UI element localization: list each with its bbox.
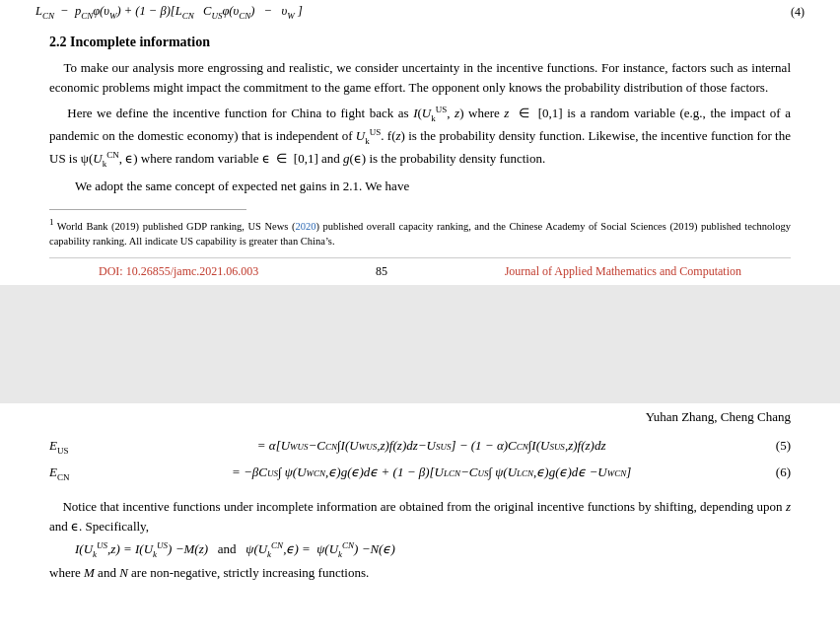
paragraph-2: Here we define the incentive function fo… [49, 104, 791, 172]
page: LCN − pCNφ(υW) + (1 − β)[LCN CUSφ(υCN) −… [0, 0, 840, 643]
paragraph-3: We adopt the same concept of expected ne… [49, 177, 791, 196]
notice-formula: I(UkUS,z) = I(UkUS) −M(z) and ψ(UkCN,ϵ) … [75, 539, 791, 562]
eq5-number: (5) [761, 435, 791, 457]
eq6-content: = −βCUS ∫ ψ(UWCN,ϵ)g(ϵ)dϵ + (1 − β)[ULCN… [99, 462, 761, 483]
notice-text-2: where M and N are non-negative, strictly… [49, 563, 791, 583]
top-equation-bar: LCN − pCNφ(υW) + (1 − β)[LCN CUSφ(υCN) −… [0, 0, 840, 25]
footer-bar: DOI: 10.26855/jamc.2021.06.003 85 Journa… [49, 257, 791, 285]
footnote-link-2020[interactable]: 2020 [295, 220, 315, 231]
equation-5-row: EUS = α[UWUS − CCN ∫ I(UWUS,z)f(z)dz − U… [49, 435, 791, 459]
section-title: 2.2 Incomplete information [49, 35, 791, 50]
eq6-number: (6) [761, 462, 791, 483]
equation-6-row: ECN = −βCUS ∫ ψ(UWCN,ϵ)g(ϵ)dϵ + (1 − β)[… [49, 462, 791, 485]
content-area: 2.2 Incomplete information To make our a… [0, 25, 840, 285]
footnote: 1 World Bank (2019) published GDP rankin… [49, 216, 791, 250]
author-line: Yuhan Zhang, Cheng Chang [0, 403, 840, 429]
author-names: Yuhan Zhang, Cheng Chang [646, 409, 791, 424]
eq6-label: ECN [49, 462, 99, 485]
top-right-eq-number: (4) [791, 5, 805, 20]
equations-area: EUS = α[UWUS − CCN ∫ I(UWUS,z)f(z)dz − U… [0, 429, 840, 496]
notice-text-1: Notice that incentive functions under in… [49, 497, 791, 536]
gray-blank-area [0, 285, 840, 403]
page-number: 85 [376, 264, 387, 279]
footnote-divider [49, 209, 246, 210]
paragraph-1: To make our analysis more engrossing and… [49, 58, 791, 98]
notice-area: Notice that incentive functions under in… [0, 495, 840, 591]
journal-name: Journal of Applied Mathematics and Compu… [505, 264, 741, 279]
eq5-content: = α[UWUS − CCN ∫ I(UWUS,z)f(z)dz − USUS]… [99, 435, 761, 457]
top-left-eq: LCN − pCNφ(υW) + (1 − β)[LCN CUSφ(υCN) −… [35, 4, 303, 21]
eq5-label: EUS [49, 435, 99, 459]
doi-link[interactable]: DOI: 10.26855/jamc.2021.06.003 [99, 264, 258, 279]
